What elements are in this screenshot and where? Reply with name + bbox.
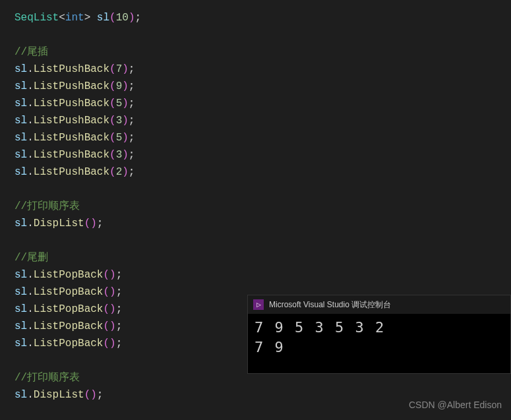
vs-icon: ▷ [253, 299, 264, 310]
comment: //尾插 [15, 46, 48, 58]
method-call: DispList [34, 218, 84, 229]
console-window[interactable]: ▷ Microsoft Visual Studio 调试控制台 7 9 5 3 … [247, 295, 511, 374]
type-name: SeqList [15, 12, 59, 24]
comment: //尾删 [15, 252, 48, 264]
variable: sl [97, 12, 109, 24]
comment: //打印顺序表 [15, 372, 80, 384]
comment: //打印顺序表 [15, 200, 80, 212]
console-title: Microsoft Visual Studio 调试控制台 [269, 296, 391, 313]
console-output: 7 9 5 3 5 3 2 7 9 [248, 314, 510, 361]
template-type: int [65, 12, 84, 24]
number-literal: 10 [116, 12, 129, 24]
output-line: 7 9 [255, 338, 504, 357]
output-line: 7 9 5 3 5 3 2 [255, 318, 504, 338]
push-block: sl.ListPushBack(7); sl.ListPushBack(9); … [15, 61, 496, 181]
method-call: DispList [34, 389, 84, 401]
console-titlebar[interactable]: ▷ Microsoft Visual Studio 调试控制台 [248, 295, 510, 314]
watermark-text: CSDN @Albert Edison [409, 396, 502, 413]
